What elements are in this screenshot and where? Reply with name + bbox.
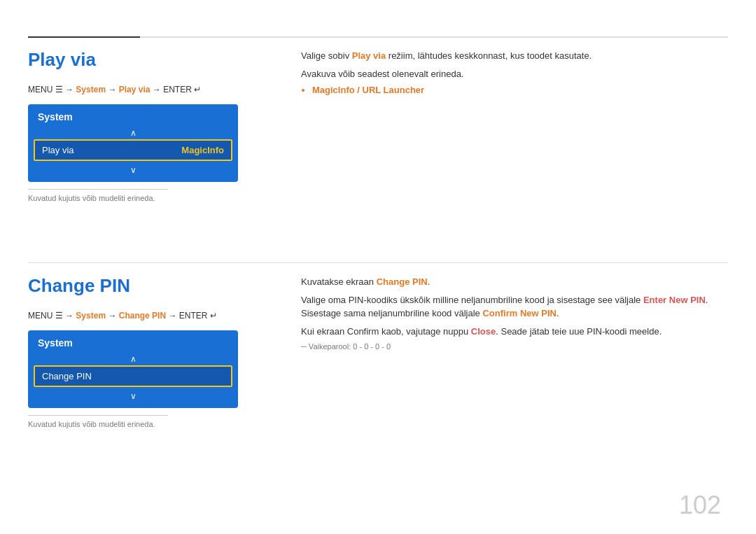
arrow-down: ∨ (28, 161, 238, 182)
menu-label2: MENU (28, 311, 55, 321)
desc-line1-post: režiim, lähtudes keskkonnast, kus toodet… (386, 50, 592, 61)
menu-label: MENU (28, 85, 55, 94)
arrow5: → (108, 311, 118, 321)
arrow3: → ENTER (153, 85, 194, 94)
confirm-new-pin-highlight: Confirm New PIN (482, 308, 556, 318)
close-highlight: Close (471, 326, 496, 337)
footnote-play-via: Kuvatud kujutis võib mudeliti erineda. (28, 189, 168, 202)
play-via-row-value: MagicInfo (181, 145, 224, 155)
vaikeparool: Vaikeparool: 0 - 0 - 0 - 0 (301, 342, 728, 351)
play-via-link: Play via (119, 85, 150, 94)
menu-instruction-change-pin: MENU ☰ → System → Change PIN → ENTER ↵ (28, 311, 287, 321)
pin-line2-pre: Valige oma PIN-koodiks ükskõik milline n… (301, 295, 643, 305)
bullet-magicinfo: MagicInfo / URL Launcher (312, 85, 728, 95)
arrow2: → (108, 85, 118, 94)
system-box-header2: System (28, 330, 238, 353)
page-number: 102 (679, 491, 721, 520)
pin-line3-pre: Kui ekraan Confirm kaob, vajutage nuppu (301, 326, 471, 337)
pin-line3-post: . Seade jätab teie uue PIN-koodi meelde. (496, 326, 662, 337)
system-box-play-via: System ∧ Play via MagicInfo ∨ (28, 104, 238, 182)
section-change-pin: Change PIN MENU ☰ → System → Change PIN … (28, 275, 287, 428)
change-pin-link: Change PIN (119, 311, 166, 321)
pin-desc-line1-pre: Kuvatakse ekraan (301, 276, 377, 287)
pin-desc-line2: Valige oma PIN-koodiks ükskõik milline n… (301, 293, 728, 321)
section-play-via: Play via MENU ☰ → System → Play via → EN… (28, 49, 287, 202)
system-box-change-pin: System ∧ Change PIN ∨ (28, 330, 238, 408)
section-change-pin-desc: Kuvatakse ekraan Change PIN. Valige oma … (301, 275, 728, 351)
enter-icon2: ↵ (210, 311, 217, 321)
arrow-down2: ∨ (28, 387, 238, 408)
play-via-row-label: Play via (42, 145, 74, 155)
pin-desc-line1: Kuvatakse ekraan Change PIN. (301, 275, 728, 289)
desc-line1: Valige sobiv Play via režiim, lähtudes k… (301, 49, 728, 63)
system-box-header: System (28, 104, 238, 127)
pin-desc-line3: Kui ekraan Confirm kaob, vajutage nuppu … (301, 325, 728, 339)
system-link2: System (76, 311, 106, 321)
menu-icon: ☰ (55, 85, 63, 94)
menu-icon2: ☰ (55, 311, 63, 321)
footnote-change-pin: Kuvatud kujutis võib mudeliti erineda. (28, 415, 168, 428)
system-link: System (76, 85, 106, 94)
enter-new-pin-highlight: Enter New PIN (643, 295, 706, 305)
arrow6: → ENTER (168, 311, 209, 321)
play-via-row: Play via MagicInfo (34, 139, 232, 161)
enter-icon: ↵ (194, 85, 201, 94)
arrow4: → (65, 311, 76, 321)
top-divider (28, 36, 728, 38)
arrow1: → (65, 85, 76, 94)
arrow-up2: ∧ (28, 353, 238, 365)
menu-instruction-play-via: MENU ☰ → System → Play via → ENTER ↵ (28, 85, 287, 94)
section-play-via-desc: Valige sobiv Play via režiim, lähtudes k… (301, 49, 728, 95)
change-pin-highlight: Change PIN (377, 276, 428, 287)
change-pin-row-label: Change PIN (42, 371, 92, 381)
desc-line1-pre: Valige sobiv (301, 50, 352, 61)
mid-divider (28, 262, 728, 263)
pin-desc-line1-post: . (428, 276, 430, 287)
change-pin-title: Change PIN (28, 275, 287, 297)
pin-line2-post: . (556, 308, 559, 318)
play-via-title: Play via (28, 49, 287, 71)
desc-line2: Avakuva võib seadest olenevalt erineda. (301, 67, 728, 81)
change-pin-row: Change PIN (34, 365, 232, 387)
desc-bullets: MagicInfo / URL Launcher (312, 85, 728, 95)
arrow-up: ∧ (28, 127, 238, 139)
play-via-highlight: Play via (352, 50, 386, 61)
